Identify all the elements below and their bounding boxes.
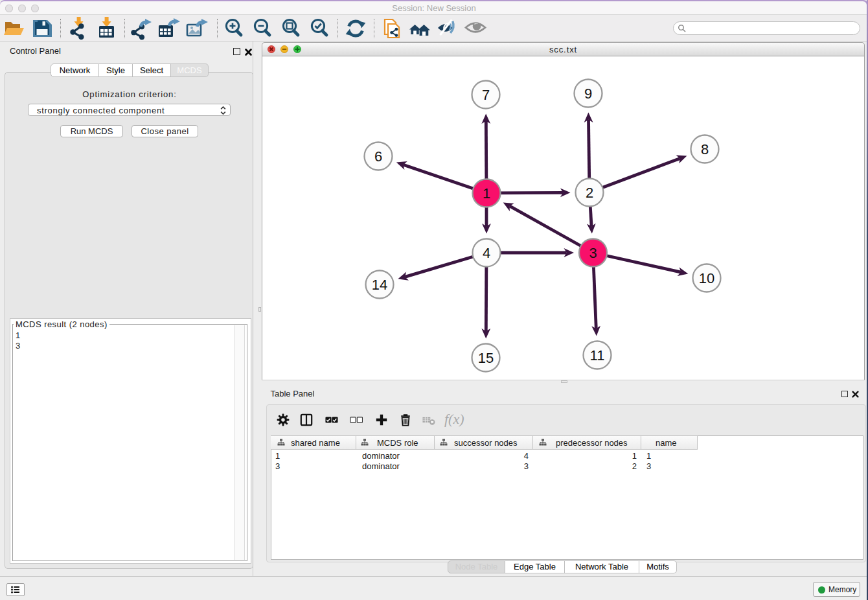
svg-text:4: 4 (483, 245, 490, 261)
svg-text:14: 14 (372, 277, 387, 293)
svg-text:7: 7 (482, 87, 490, 103)
svg-text:9: 9 (584, 86, 592, 102)
svg-text:2: 2 (586, 185, 593, 201)
svg-text:10: 10 (699, 270, 714, 286)
svg-text:8: 8 (701, 141, 709, 157)
svg-text:11: 11 (590, 347, 605, 363)
svg-text:15: 15 (478, 350, 494, 366)
svg-text:3: 3 (589, 245, 597, 261)
svg-text:6: 6 (374, 148, 382, 165)
svg-text:1: 1 (483, 185, 490, 202)
